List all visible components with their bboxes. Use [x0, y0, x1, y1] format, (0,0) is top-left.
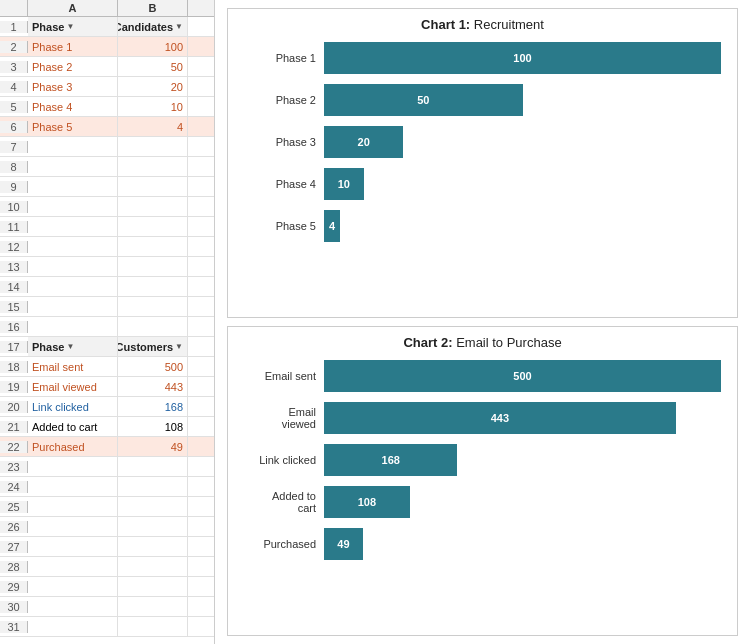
row-num-22: 22 [0, 441, 28, 453]
row-num-4: 4 [0, 81, 28, 93]
bar-fill: 500 [324, 360, 721, 392]
bar-row: Purchased49 [254, 528, 721, 560]
table-row: 3 Phase 2 50 [0, 57, 214, 77]
bar-fill: 168 [324, 444, 457, 476]
cell-17b[interactable]: Customers ▼ [118, 337, 188, 356]
bar-label: Email viewed [254, 406, 324, 430]
cell-17a[interactable]: Phase ▼ [28, 337, 118, 356]
phase-dropdown-icon[interactable]: ▼ [66, 22, 74, 31]
charts-panel: Chart 1: Recruitment Phase 1100Phase 250… [215, 0, 750, 644]
bar-row: Phase 410 [254, 168, 721, 200]
cell-5b[interactable]: 10 [118, 97, 188, 116]
sheet-panel: A B 1 Phase ▼ Candidates ▼ 2 Phase 1 100… [0, 0, 215, 644]
cell-22b[interactable]: 49 [118, 437, 188, 456]
row-num-6: 6 [0, 121, 28, 133]
cell-20b[interactable]: 168 [118, 397, 188, 416]
cell-21a[interactable]: Added to cart [28, 417, 118, 436]
bar-row: Link clicked168 [254, 444, 721, 476]
chart1-title-bold: Chart 1: [421, 17, 470, 32]
empty-row-28: 28 [0, 557, 214, 577]
chart2-title: Chart 2: Email to Purchase [244, 335, 721, 350]
phase-dropdown-icon2[interactable]: ▼ [66, 342, 74, 351]
cell-4a[interactable]: Phase 3 [28, 77, 118, 96]
table-row: 4 Phase 3 20 [0, 77, 214, 97]
bar-label: Added to cart [254, 490, 324, 514]
bar-fill: 100 [324, 42, 721, 74]
empty-row-29: 29 [0, 577, 214, 597]
chart1-subtitle: Recruitment [474, 17, 544, 32]
table-row: 5 Phase 4 10 [0, 97, 214, 117]
empty-row-8: 8 [0, 157, 214, 177]
bar-label: Purchased [254, 538, 324, 550]
col-headers-row: A B [0, 0, 214, 17]
cell-4b[interactable]: 20 [118, 77, 188, 96]
bar-track: 168 [324, 444, 721, 476]
row-num-3: 3 [0, 61, 28, 73]
phase-label: Phase [32, 21, 64, 33]
cell-19b[interactable]: 443 [118, 377, 188, 396]
table-row: 6 Phase 5 4 [0, 117, 214, 137]
cell-21b[interactable]: 108 [118, 417, 188, 436]
chart1-bars: Phase 1100Phase 250Phase 320Phase 410Pha… [244, 42, 721, 242]
bar-fill: 49 [324, 528, 363, 560]
cell-2a[interactable]: Phase 1 [28, 37, 118, 56]
row-num-5: 5 [0, 101, 28, 113]
row-num-18: 18 [0, 361, 28, 373]
bar-track: 49 [324, 528, 721, 560]
customers-label: Customers [118, 341, 173, 353]
empty-row-31: 31 [0, 617, 214, 637]
empty-row-15: 15 [0, 297, 214, 317]
chart2-subtitle: Email to Purchase [456, 335, 562, 350]
empty-row-25: 25 [0, 497, 214, 517]
bar-label: Phase 4 [254, 178, 324, 190]
bar-fill: 443 [324, 402, 676, 434]
bar-track: 108 [324, 486, 721, 518]
bar-row: Phase 250 [254, 84, 721, 116]
bar-row: Phase 54 [254, 210, 721, 242]
empty-row-9: 9 [0, 177, 214, 197]
cell-18b[interactable]: 500 [118, 357, 188, 376]
empty-row-7: 7 [0, 137, 214, 157]
bar-fill: 4 [324, 210, 340, 242]
bar-label: Phase 2 [254, 94, 324, 106]
bar-row: Email sent500 [254, 360, 721, 392]
empty-row-16: 16 [0, 317, 214, 337]
cell-19a[interactable]: Email viewed [28, 377, 118, 396]
table1-header-row: 1 Phase ▼ Candidates ▼ [0, 17, 214, 37]
bar-track: 443 [324, 402, 721, 434]
col-header-a: A [28, 0, 118, 16]
cell-6b[interactable]: 4 [118, 117, 188, 136]
cell-1a[interactable]: Phase ▼ [28, 17, 118, 36]
table-row: 19 Email viewed 443 [0, 377, 214, 397]
cell-18a[interactable]: Email sent [28, 357, 118, 376]
candidates-dropdown-icon[interactable]: ▼ [175, 22, 183, 31]
cell-1b[interactable]: Candidates ▼ [118, 17, 188, 36]
row-num-1: 1 [0, 21, 28, 33]
cell-3a[interactable]: Phase 2 [28, 57, 118, 76]
cell-5a[interactable]: Phase 4 [28, 97, 118, 116]
bar-fill: 108 [324, 486, 410, 518]
bar-track: 500 [324, 360, 721, 392]
cell-20a[interactable]: Link clicked [28, 397, 118, 416]
cell-3b[interactable]: 50 [118, 57, 188, 76]
table-row: 21 Added to cart 108 [0, 417, 214, 437]
cell-6a[interactable]: Phase 5 [28, 117, 118, 136]
bar-track: 50 [324, 84, 721, 116]
row-num-19: 19 [0, 381, 28, 393]
empty-row-24: 24 [0, 477, 214, 497]
bar-fill: 50 [324, 84, 523, 116]
row-num-2: 2 [0, 41, 28, 53]
cell-22a[interactable]: Purchased [28, 437, 118, 456]
empty-row-12: 12 [0, 237, 214, 257]
empty-row-14: 14 [0, 277, 214, 297]
bar-row: Added to cart108 [254, 486, 721, 518]
empty-row-23: 23 [0, 457, 214, 477]
row-num-20: 20 [0, 401, 28, 413]
bar-track: 4 [324, 210, 721, 242]
table-row: 20 Link clicked 168 [0, 397, 214, 417]
empty-row-30: 30 [0, 597, 214, 617]
empty-row-27: 27 [0, 537, 214, 557]
customers-dropdown-icon[interactable]: ▼ [175, 342, 183, 351]
cell-2b[interactable]: 100 [118, 37, 188, 56]
bar-label: Link clicked [254, 454, 324, 466]
